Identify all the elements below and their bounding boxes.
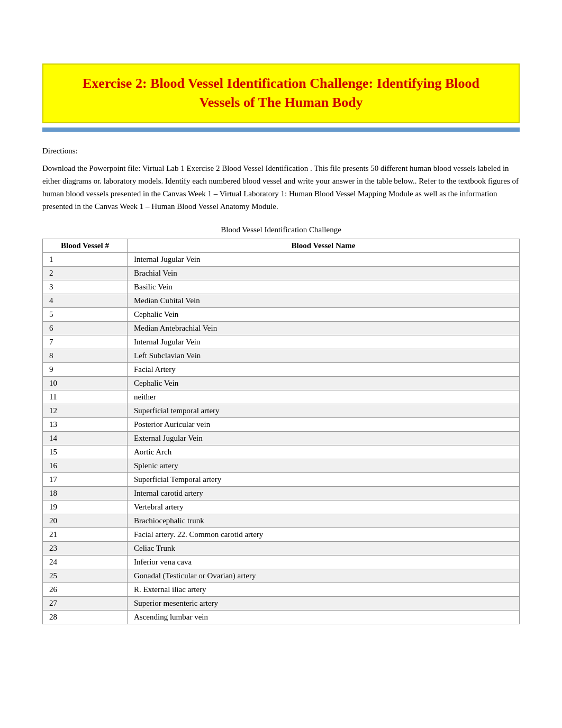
vessel-name: Median Antebrachial Vein (128, 321, 520, 335)
table-header-row: Blood Vessel # Blood Vessel Name (43, 239, 520, 252)
vessel-name: Posterior Auricular vein (128, 417, 520, 431)
vessel-name: Internal Jugular Vein (128, 335, 520, 349)
table-row: 3Basilic Vein (43, 280, 520, 294)
vessel-name: Cephalic Vein (128, 307, 520, 321)
col-name-header: Blood Vessel Name (128, 239, 520, 252)
vessel-number: 9 (43, 362, 128, 376)
table-title: Blood Vessel Identification Challenge (42, 225, 520, 234)
vessel-number: 23 (43, 541, 128, 555)
table-row: 1Internal Jugular Vein (43, 252, 520, 266)
page-title: Exercise 2: Blood Vessel Identification … (59, 74, 503, 113)
table-row: 26R. External iliac artery (43, 583, 520, 596)
vessel-number: 5 (43, 307, 128, 321)
vessel-name: Vertebral artery (128, 500, 520, 514)
vessel-number: 20 (43, 514, 128, 527)
table-row: 8Left Subclavian Vein (43, 349, 520, 362)
vessel-name: Brachiocephalic trunk (128, 514, 520, 527)
vessel-name: Ascending lumbar vein (128, 610, 520, 624)
table-row: 17Superficial Temporal artery (43, 472, 520, 486)
table-row: 16Splenic artery (43, 459, 520, 472)
vessel-name: Median Cubital Vein (128, 294, 520, 307)
vessel-number: 4 (43, 294, 128, 307)
table-row: 9Facial Artery (43, 362, 520, 376)
table-row: 27Superior mesenteric artery (43, 596, 520, 610)
vessel-number: 25 (43, 569, 128, 583)
table-row: 24Inferior vena cava (43, 555, 520, 569)
vessel-number: 13 (43, 417, 128, 431)
table-row: 15Aortic Arch (43, 445, 520, 459)
table-row: 21Facial artery. 22. Common carotid arte… (43, 527, 520, 541)
vessel-name: Aortic Arch (128, 445, 520, 459)
vessel-number: 21 (43, 527, 128, 541)
vessel-name: Facial Artery (128, 362, 520, 376)
vessel-name: neither (128, 390, 520, 404)
vessel-name: Internal carotid artery (128, 486, 520, 500)
table-row: 7Internal Jugular Vein (43, 335, 520, 349)
vessel-number: 8 (43, 349, 128, 362)
vessel-name: Internal Jugular Vein (128, 252, 520, 266)
table-row: 19Vertebral artery (43, 500, 520, 514)
title-box: Exercise 2: Blood Vessel Identification … (42, 63, 520, 123)
table-row: 18Internal carotid artery (43, 486, 520, 500)
table-row: 13Posterior Auricular vein (43, 417, 520, 431)
table-row: 28Ascending lumbar vein (43, 610, 520, 624)
title-line1: Exercise 2: Blood Vessel Identification … (83, 76, 479, 91)
blue-bar-divider (42, 128, 520, 132)
table-row: 6Median Antebrachial Vein (43, 321, 520, 335)
vessel-number: 1 (43, 252, 128, 266)
vessel-number: 18 (43, 486, 128, 500)
table-row: 4Median Cubital Vein (43, 294, 520, 307)
vessel-name: R. External iliac artery (128, 583, 520, 596)
body-text: Download the Powerpoint file: Virtual La… (42, 162, 520, 213)
vessel-name: Cephalic Vein (128, 376, 520, 390)
vessel-name: External Jugular Vein (128, 431, 520, 445)
directions-label: Directions: (42, 147, 520, 156)
table-row: 25Gonadal (Testicular or Ovarian) artery (43, 569, 520, 583)
vessel-name: Splenic artery (128, 459, 520, 472)
vessel-number: 10 (43, 376, 128, 390)
table-row: 5Cephalic Vein (43, 307, 520, 321)
vessel-name: Basilic Vein (128, 280, 520, 294)
vessel-number: 15 (43, 445, 128, 459)
table-row: 20Brachiocephalic trunk (43, 514, 520, 527)
vessel-number: 28 (43, 610, 128, 624)
table-row: 12Superficial temporal artery (43, 404, 520, 417)
vessel-name: Left Subclavian Vein (128, 349, 520, 362)
vessel-number: 27 (43, 596, 128, 610)
vessel-number: 11 (43, 390, 128, 404)
vessel-name: Celiac Trunk (128, 541, 520, 555)
vessel-name: Inferior vena cava (128, 555, 520, 569)
title-line2: Vessels of The Human Body (199, 95, 362, 110)
table-row: 10Cephalic Vein (43, 376, 520, 390)
table-row: 2Brachial Vein (43, 266, 520, 280)
vessel-number: 16 (43, 459, 128, 472)
vessel-number: 6 (43, 321, 128, 335)
vessel-number: 17 (43, 472, 128, 486)
col-number-header: Blood Vessel # (43, 239, 128, 252)
vessel-number: 26 (43, 583, 128, 596)
page: Exercise 2: Blood Vessel Identification … (0, 0, 562, 728)
vessel-number: 24 (43, 555, 128, 569)
vessel-number: 12 (43, 404, 128, 417)
vessel-name: Gonadal (Testicular or Ovarian) artery (128, 569, 520, 583)
vessel-number: 7 (43, 335, 128, 349)
vessel-name: Facial artery. 22. Common carotid artery (128, 527, 520, 541)
table-row: 23Celiac Trunk (43, 541, 520, 555)
vessel-name: Superior mesenteric artery (128, 596, 520, 610)
vessel-name: Brachial Vein (128, 266, 520, 280)
vessel-number: 2 (43, 266, 128, 280)
table-row: 14External Jugular Vein (43, 431, 520, 445)
table-row: 11neither (43, 390, 520, 404)
vessel-name: Superficial temporal artery (128, 404, 520, 417)
vessel-number: 14 (43, 431, 128, 445)
vessel-number: 19 (43, 500, 128, 514)
vessel-name: Superficial Temporal artery (128, 472, 520, 486)
vessel-number: 3 (43, 280, 128, 294)
blood-vessel-table: Blood Vessel # Blood Vessel Name 1Intern… (42, 239, 520, 624)
